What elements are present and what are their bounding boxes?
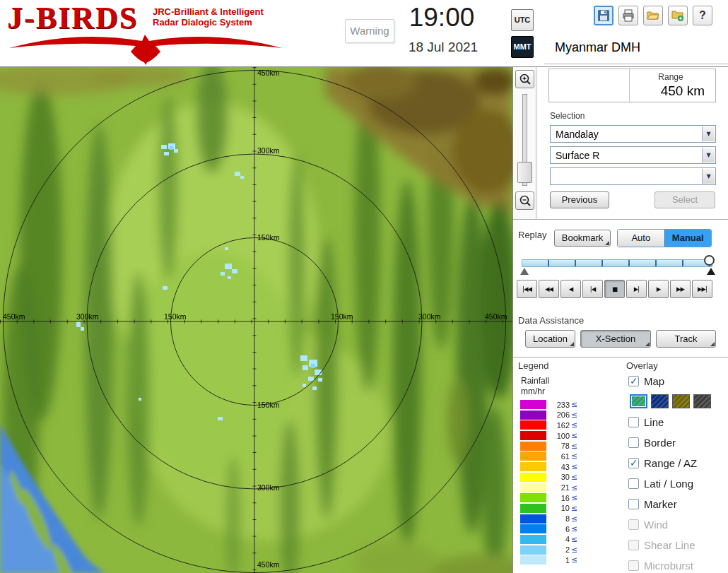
mmt-toggle-button[interactable]: MMT [511,36,534,58]
clock-time: 19:00 [399,3,484,33]
map-style-selector [628,394,711,409]
less-equal-symbol: ≤ [571,555,577,565]
legend-threshold-value: 233 [548,401,570,409]
site-dropdown[interactable]: Mandalay ▼ [550,125,716,143]
transport-button[interactable]: ▶▶ [670,280,691,298]
header-divider [544,64,728,64]
zoom-out-icon [519,194,532,207]
auto-mode-button[interactable]: Auto [618,230,664,247]
zoom-in-button[interactable] [515,70,534,88]
legend-row: 43 ≤ [520,462,577,471]
timeline-track[interactable] [522,259,712,267]
timeline-handle[interactable] [704,255,715,266]
map-style-swatch[interactable] [630,394,647,408]
print-button[interactable] [618,6,638,25]
overlay-checkbox-item[interactable]: ✓ Lati / Long [628,475,711,491]
overlay-checkbox-item[interactable]: ✓ Range / AZ [628,455,711,471]
transport-button[interactable]: |◀◀ [517,280,537,298]
map-style-swatch[interactable] [693,394,711,408]
export-button[interactable] [668,6,688,25]
overlay-items: ✓ Line ✓ Border ✓ Range / AZ ✓ [628,414,711,573]
utc-toggle-button[interactable]: UTC [511,9,534,31]
zoom-out-button[interactable] [515,191,534,210]
overlay-checkbox-item[interactable]: ✓ Microburst [628,557,711,573]
ring-label: 150km [257,401,280,409]
bookmark-button[interactable]: Bookmark [554,230,611,247]
transport-button[interactable]: ▶| [626,280,647,298]
chevron-down-icon[interactable]: ▼ [702,169,715,184]
legend-row: 2 ≤ [520,545,577,555]
open-file-button[interactable] [643,6,663,25]
track-button[interactable]: Track [656,330,716,348]
transport-button[interactable]: ■ [604,280,625,298]
product-dropdown[interactable]: Surface R ▼ [550,146,716,164]
print-icon [622,9,635,22]
selection-label: Selection [550,111,585,121]
legend-row: 61 ≤ [520,451,577,461]
legend-row: 10 ≤ [520,504,577,513]
header: J-BIRDS JRC-Brilliant & Intelligent Rada… [0,0,728,67]
transport-button[interactable]: ◀◀ [539,280,559,298]
transport-button[interactable]: ◀ [560,280,581,298]
replay-mode-group: Auto Manual [617,229,712,247]
transport-button[interactable]: ▶ [648,280,669,298]
x-section-button[interactable]: X-Section [580,330,651,348]
legend-threshold-value: 78 [548,442,570,450]
checkbox[interactable]: ✓ [628,540,639,550]
overlay-checkbox-item[interactable]: ✓ Border [628,435,711,450]
legend-color-swatch [520,545,546,555]
select-button[interactable]: Select [654,191,715,208]
legend-row: 16 ≤ [520,493,577,502]
manual-mode-button[interactable]: Manual [664,230,712,247]
rainfall-legend-scale: 233 ≤ 206 ≤ 162 ≤ 100 [520,400,577,566]
checkbox[interactable]: ✓ [628,437,639,448]
legend-row: 162 ≤ [520,420,577,430]
location-button[interactable]: Location [525,330,575,348]
chevron-down-icon[interactable]: ▼ [702,126,715,141]
previous-button[interactable]: Previous [550,191,609,208]
legend-row: 30 ≤ [520,473,577,482]
overlay-checkbox-item[interactable]: ✓ Shear Line [628,537,711,553]
checkbox[interactable]: ✓ [628,417,639,427]
timeline-position-marker[interactable] [707,268,715,275]
legend-color-swatch [520,420,546,430]
control-panel: Range 450 km Selection Mandalay ▼ Surfac… [512,67,728,573]
legend-color-swatch [520,493,546,502]
warning-button[interactable]: Warning [345,19,394,43]
eagle-logo-icon [6,28,285,65]
extra-dropdown[interactable]: ▼ [550,167,716,185]
checkbox[interactable]: ✓ [628,376,639,386]
checkbox[interactable]: ✓ [628,458,639,468]
checkbox[interactable]: ✓ [628,519,639,530]
legend-unit-line2: mm/hr [521,386,549,397]
ring-label: 300km [76,312,99,321]
transport-button[interactable]: |◀ [582,280,603,298]
chevron-down-icon[interactable]: ▼ [702,148,715,163]
map-style-swatch[interactable] [651,394,669,408]
save-button[interactable] [594,6,613,25]
checkbox[interactable]: ✓ [628,560,639,571]
clock-date: 18 Jul 2021 [390,40,496,55]
overlay-checkbox-item[interactable]: ✓ Line [628,414,711,430]
ring-label: 450km [3,312,25,321]
transport-button[interactable]: ▶▶| [692,280,712,298]
timeline-start-marker[interactable] [520,268,529,275]
less-equal-symbol: ≤ [571,462,577,471]
zoom-slider-thumb[interactable] [517,162,532,183]
legend-color-swatch [520,555,546,565]
section-divider [513,357,728,358]
radar-map-display[interactable]: 450km 300km 150km 150km 300km 450km 450k… [0,67,512,573]
map-style-swatch[interactable] [672,394,690,408]
data-assistance-label: Data Assistance [518,315,584,326]
overlay-checkbox-item[interactable]: ✓ Map [628,373,711,389]
range-label: Range [633,72,709,82]
legend-label: Legend [518,360,548,371]
less-equal-symbol: ≤ [571,410,577,420]
checkbox[interactable]: ✓ [628,499,639,509]
help-button[interactable]: ? [693,6,712,25]
overlay-checkbox-item[interactable]: ✓ Marker [628,496,711,512]
replay-label: Replay [518,230,546,240]
checkbox[interactable]: ✓ [628,478,639,489]
overlay-checkbox-item[interactable]: ✓ Wind [628,516,711,532]
site-dropdown-value: Mandalay [556,129,599,140]
